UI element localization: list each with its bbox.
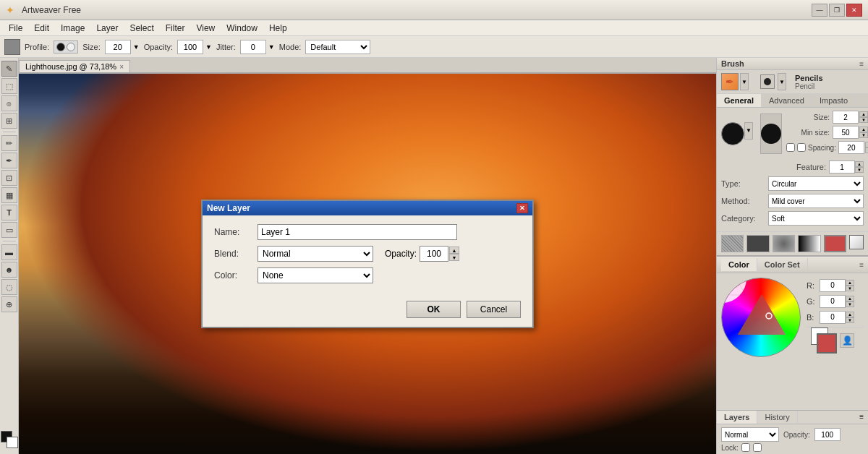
method-select[interactable]: Mild cover Cover xyxy=(768,194,864,208)
minsize-param-input[interactable] xyxy=(833,126,859,139)
layers-tab-layers[interactable]: Layers xyxy=(717,411,757,424)
menu-edit[interactable]: Edit xyxy=(28,22,55,35)
b-input[interactable] xyxy=(820,311,846,324)
pencil-tool-btn[interactable]: ✏ xyxy=(1,135,17,151)
brush-shape-dropdown[interactable]: ▼ xyxy=(744,122,753,140)
opacity-input[interactable] xyxy=(177,40,203,54)
layers-blend-select[interactable]: Normal xyxy=(721,427,779,442)
color-select[interactable]: None Red Green xyxy=(258,267,373,283)
brush-dropdown-btn[interactable]: ▼ xyxy=(740,73,749,90)
layers-panel-menu[interactable]: ≡ xyxy=(855,411,868,424)
shape-tool-btn[interactable]: ▭ xyxy=(1,222,17,238)
color-panel-menu[interactable]: ≡ xyxy=(859,261,864,269)
menu-image[interactable]: Image xyxy=(55,22,90,35)
brush-tab-advanced[interactable]: Advanced xyxy=(762,94,812,107)
brush-tab-impasto[interactable]: Impasto xyxy=(812,94,856,107)
layers-tab-history[interactable]: History xyxy=(757,411,797,424)
gradient-tool-btn[interactable]: ▬ xyxy=(1,244,17,260)
eraser-tool-btn[interactable]: ⊡ xyxy=(1,170,17,186)
opacity-dropdown[interactable]: ▼ xyxy=(205,43,212,51)
spacing-up-btn[interactable]: ▲ xyxy=(865,142,868,147)
feature-down-btn[interactable]: ▼ xyxy=(855,167,864,173)
brush-swatch-fg[interactable] xyxy=(824,235,847,252)
menu-window[interactable]: Window xyxy=(221,22,263,35)
mode-select[interactable]: Default Multiply Screen xyxy=(305,40,370,54)
type-select[interactable]: Circular Flat xyxy=(768,176,864,191)
size-down-btn[interactable]: ▼ xyxy=(859,117,868,123)
size-param-input[interactable] xyxy=(833,111,859,124)
brush-swatch-2[interactable] xyxy=(746,235,769,252)
brush-tool-btn[interactable]: ✒ xyxy=(1,153,17,168)
color-tab-colorset[interactable]: Color Set xyxy=(757,258,808,271)
background-color[interactable] xyxy=(7,437,18,448)
layers-opacity-input[interactable] xyxy=(814,428,841,441)
g-input[interactable] xyxy=(820,295,846,308)
restore-btn[interactable]: ❐ xyxy=(829,4,845,17)
brush-swatch-picker[interactable] xyxy=(849,235,864,249)
timing-checkbox[interactable] xyxy=(786,143,795,152)
jitter-dropdown[interactable]: ▼ xyxy=(268,43,275,51)
close-btn[interactable]: ✕ xyxy=(846,4,862,17)
r-down[interactable]: ▼ xyxy=(846,286,854,291)
dialog-cancel-btn[interactable]: Cancel xyxy=(467,301,521,318)
menu-layer[interactable]: Layer xyxy=(90,22,124,35)
b-down[interactable]: ▼ xyxy=(846,317,854,323)
stamp-tool-btn[interactable]: ☻ xyxy=(1,262,17,278)
color-tab-color[interactable]: Color xyxy=(721,258,757,271)
brush-swatch-gradient[interactable] xyxy=(798,235,820,252)
color-picker-triangle[interactable] xyxy=(722,278,801,357)
menu-view[interactable]: View xyxy=(190,22,221,35)
feature-up-btn[interactable]: ▲ xyxy=(855,161,864,167)
jitter-input[interactable] xyxy=(240,40,266,54)
minimize-btn[interactable]: — xyxy=(812,4,827,17)
brush-shape-selector[interactable] xyxy=(721,122,744,145)
name-input[interactable] xyxy=(258,224,457,240)
text-tool-btn[interactable]: T xyxy=(1,205,17,220)
dialog-close-btn[interactable]: ✕ xyxy=(516,203,528,213)
lock-checkbox-1[interactable] xyxy=(741,443,750,452)
color-wheel[interactable] xyxy=(721,278,801,357)
size-input[interactable] xyxy=(105,40,131,54)
minsize-down-btn[interactable]: ▼ xyxy=(859,132,868,138)
smudge-tool-btn[interactable]: ◌ xyxy=(1,279,17,295)
zoom-tool-btn[interactable]: ⊕ xyxy=(1,296,17,312)
fg-color-swatch[interactable] xyxy=(817,333,837,354)
category-select[interactable]: Soft Hard xyxy=(768,211,864,226)
brush-panel-menu[interactable]: ≡ xyxy=(859,60,864,68)
brush-swatch-3[interactable] xyxy=(773,235,795,252)
canvas-content[interactable]: New Layer ✕ Name: Blend: Normal xyxy=(19,74,716,454)
lock-checkbox-2[interactable] xyxy=(753,443,762,452)
b-up[interactable]: ▲ xyxy=(846,312,854,317)
canvas-tab-close[interactable]: × xyxy=(119,63,124,71)
move-tool-btn[interactable]: ✎ xyxy=(1,61,17,77)
color-person-icon[interactable]: 👤 xyxy=(840,333,854,348)
blend-select[interactable]: Normal Multiply Screen xyxy=(258,246,373,262)
brush-preview-icon[interactable]: ✒ xyxy=(721,73,739,90)
lasso-tool-btn[interactable]: ⌾ xyxy=(1,95,17,111)
size-up-btn[interactable]: ▲ xyxy=(859,111,868,117)
brush-dot-icon[interactable] xyxy=(760,74,775,89)
opacity-spin-up[interactable]: ▲ xyxy=(449,247,459,254)
opacity-input[interactable] xyxy=(420,246,448,262)
profile-selector[interactable] xyxy=(54,40,78,53)
feature-input[interactable] xyxy=(829,160,855,174)
dialog-ok-btn[interactable]: OK xyxy=(407,301,461,318)
spacing-down-btn[interactable]: ▼ xyxy=(865,147,868,153)
fill-tool-btn[interactable]: ▦ xyxy=(1,187,17,203)
brush-swatch-1[interactable] xyxy=(721,235,744,252)
r-input[interactable] xyxy=(820,279,846,292)
brush-tab-general[interactable]: General xyxy=(717,94,762,107)
crop-tool-btn[interactable]: ⊞ xyxy=(1,113,17,129)
timing-checkbox2[interactable] xyxy=(797,143,806,152)
g-up[interactable]: ▲ xyxy=(846,296,854,301)
menu-filter[interactable]: Filter xyxy=(160,22,191,35)
opacity-spin-down[interactable]: ▼ xyxy=(449,254,459,261)
menu-select[interactable]: Select xyxy=(124,22,159,35)
g-down[interactable]: ▼ xyxy=(846,301,854,307)
spacing-param-input[interactable] xyxy=(838,141,864,154)
selection-tool-btn[interactable]: ⬚ xyxy=(1,78,17,94)
menu-file[interactable]: File xyxy=(3,22,28,35)
menu-help[interactable]: Help xyxy=(263,22,293,35)
size-dropdown[interactable]: ▼ xyxy=(133,43,140,51)
canvas-tab-lighthouse[interactable]: Lighthouse.jpg @ 73,18% × xyxy=(19,60,130,72)
